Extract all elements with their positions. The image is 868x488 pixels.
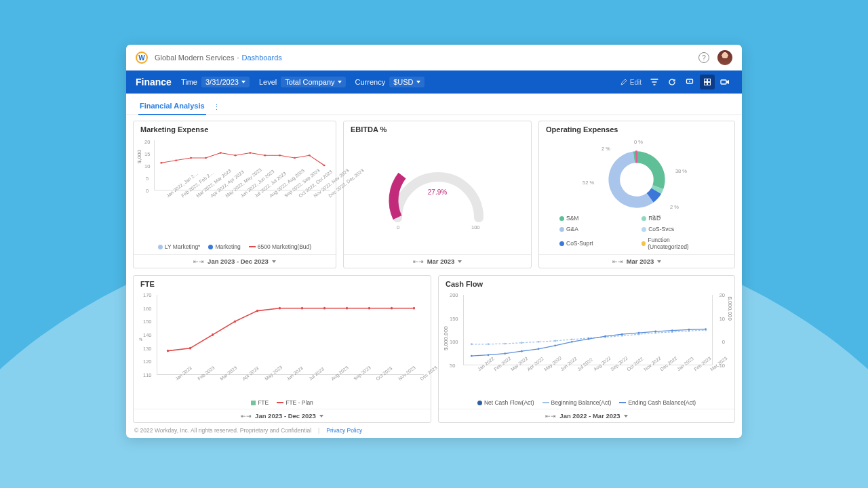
range-icon: ⇤⇥: [413, 258, 424, 265]
filter-time-value[interactable]: 3/31/2023: [201, 77, 250, 87]
svg-point-20: [189, 347, 191, 350]
chevron-down-icon: [416, 81, 420, 83]
y-axis-label: $,000: [136, 150, 142, 163]
breadcrumb-dashboards[interactable]: Dashboards: [241, 54, 281, 62]
card-range-selector[interactable]: ⇤⇥ Jan 2023 - Dec 2023: [134, 409, 431, 422]
card-title: Cash Flow: [439, 276, 734, 292]
chart-ebitda-gauge[interactable]: 27.9% 0 100: [344, 138, 531, 254]
filter-time-label: Time: [181, 78, 197, 86]
edit-button[interactable]: Edit: [620, 79, 642, 86]
filter-icon[interactable]: [647, 75, 662, 89]
svg-point-13: [249, 152, 251, 153]
svg-point-51: [554, 344, 556, 346]
chevron-down-icon: [657, 260, 661, 263]
svg-point-31: [471, 343, 473, 345]
svg-point-47: [488, 354, 490, 356]
svg-point-36: [554, 340, 556, 342]
svg-rect-6: [721, 80, 726, 84]
svg-point-19: [167, 350, 169, 352]
toolbar-icons: [647, 75, 732, 89]
svg-point-27: [346, 307, 348, 310]
svg-point-52: [571, 341, 573, 343]
tab-row: Financial Analysis ⋮: [126, 94, 742, 115]
card-range-selector[interactable]: ⇤⇥ Mar 2023: [539, 254, 734, 268]
svg-point-23: [256, 310, 258, 312]
chart-fte[interactable]: # 110120130140150160170 Jan 2023Feb 2023…: [134, 292, 431, 409]
help-icon[interactable]: ?: [698, 52, 709, 63]
chevron-down-icon: [624, 415, 628, 418]
svg-point-17: [309, 155, 311, 156]
svg-rect-5: [708, 83, 711, 85]
svg-rect-4: [705, 83, 707, 85]
filter-currency-label: Currency: [355, 78, 386, 86]
y2-axis-label: $,000,000: [727, 296, 733, 321]
range-icon: ⇤⇥: [193, 258, 204, 265]
card-marketing-expense: Marketing Expense $,000 20 15 10 5 0 Jan…: [133, 121, 336, 268]
filter-level-value[interactable]: Total Company: [281, 77, 345, 87]
card-range-selector[interactable]: ⇤⇥ Jan 2022 - Mar 2023: [439, 409, 734, 422]
workday-logo-icon[interactable]: [136, 52, 148, 64]
svg-point-56: [638, 332, 640, 334]
svg-point-46: [471, 355, 473, 357]
grid-view-icon[interactable]: [700, 75, 715, 89]
svg-point-22: [234, 320, 236, 323]
svg-point-8: [175, 159, 177, 161]
svg-point-15: [279, 155, 281, 156]
svg-point-32: [488, 343, 490, 345]
chevron-down-icon: [241, 81, 245, 83]
y-axis-label: $,000,000: [443, 326, 449, 350]
filter-level-label: Level: [259, 78, 277, 86]
svg-point-34: [521, 342, 523, 344]
topbar: Global Modern Services · Dashboards ?: [126, 45, 742, 70]
svg-point-54: [604, 336, 606, 338]
video-icon[interactable]: [717, 75, 732, 89]
filter-level: Level Total Company: [259, 77, 346, 87]
range-icon: ⇤⇥: [241, 413, 252, 420]
svg-point-50: [538, 348, 540, 350]
svg-point-21: [212, 333, 214, 336]
present-icon[interactable]: [682, 75, 697, 89]
tab-menu-icon[interactable]: ⋮: [210, 100, 223, 115]
refresh-icon[interactable]: [665, 75, 679, 89]
svg-point-58: [671, 329, 673, 331]
breadcrumb-separator: ·: [237, 54, 239, 62]
edit-label: Edit: [630, 79, 642, 86]
card-title: EBITDA %: [344, 121, 531, 138]
svg-point-26: [323, 307, 326, 310]
chart-marketing-expense[interactable]: $,000 20 15 10 5 0 Jan 2022, Jan 2…Feb 2…: [134, 138, 336, 254]
filter-time: Time 3/31/2023: [181, 77, 250, 87]
page-footer: © 2022 Workday, Inc. All rights reserved…: [126, 423, 742, 438]
svg-point-37: [571, 338, 573, 340]
svg-point-25: [301, 307, 303, 310]
chart-cash-flow[interactable]: $,000,000 $,000,000 50100150200 -1001020…: [439, 292, 734, 409]
svg-point-9: [190, 157, 192, 159]
svg-point-12: [234, 155, 236, 156]
svg-rect-3: [708, 79, 711, 82]
svg-point-11: [220, 152, 222, 153]
avatar[interactable]: [717, 50, 732, 65]
copyright: © 2022 Workday, Inc. All rights reserved…: [134, 427, 311, 434]
org-name[interactable]: Global Modern Services: [155, 54, 234, 62]
chart-operating-expenses[interactable]: 38 % 2 % 5 % 52 % 2 % 0 % S&M R&D G&A Co…: [539, 138, 734, 254]
toolbar: Finance Time 3/31/2023 Level Total Compa…: [126, 70, 742, 94]
svg-point-14: [264, 155, 266, 156]
legend: Net Cash Flow(Act) Beginning Balance(Act…: [439, 398, 734, 410]
svg-point-49: [521, 350, 523, 352]
svg-point-10: [205, 157, 207, 159]
svg-point-16: [294, 157, 296, 159]
tab-financial-analysis[interactable]: Financial Analysis: [138, 98, 206, 115]
card-fte: FTE # 110120130140150160170 Jan 2023Feb …: [133, 275, 431, 423]
chevron-down-icon: [338, 81, 342, 83]
svg-point-59: [688, 329, 690, 331]
legend: LY Marketing* Marketing 6500 Marketing(B…: [134, 242, 336, 254]
card-ebitda: EBITDA % 27.9% 0 100 ⇤⇥ Mar 2023: [343, 121, 532, 268]
app-window: Global Modern Services · Dashboards ? Fi…: [126, 45, 742, 438]
filter-currency-value[interactable]: $USD: [389, 77, 424, 87]
chevron-down-icon: [272, 260, 276, 263]
svg-point-24: [279, 307, 281, 310]
legend: FTE FTE - Plan: [134, 398, 431, 410]
card-range-selector[interactable]: ⇤⇥ Mar 2023: [344, 254, 531, 268]
card-range-selector[interactable]: ⇤⇥ Jan 2023 - Dec 2023: [134, 254, 336, 268]
card-title: Marketing Expense: [134, 121, 336, 138]
privacy-link[interactable]: Privacy Policy: [326, 427, 362, 434]
